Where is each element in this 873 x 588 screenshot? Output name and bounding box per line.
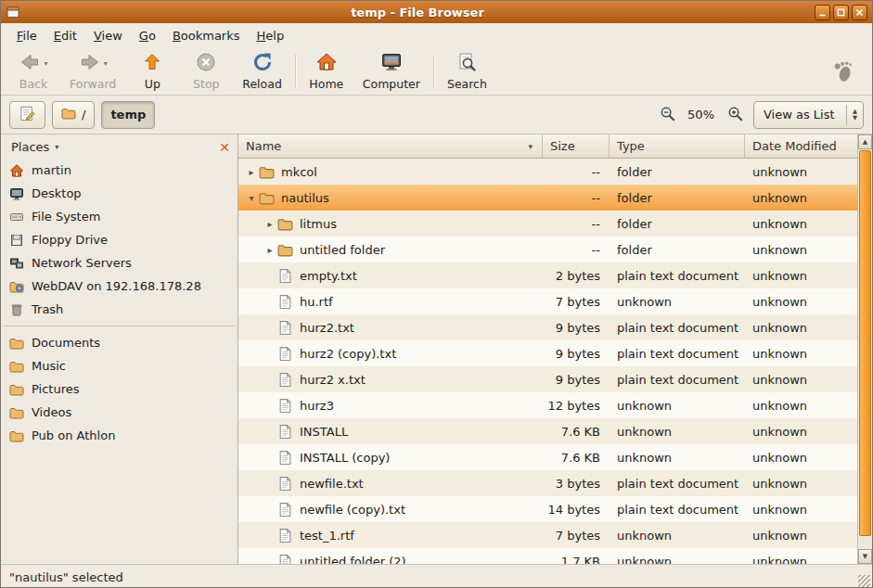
- sidebar-item-martin[interactable]: martin: [1, 159, 238, 182]
- view-mode-select[interactable]: View as List ▲▼: [753, 101, 864, 129]
- sidebar-item-file-system[interactable]: File System: [1, 205, 238, 228]
- table-row[interactable]: hu.rtf 7 bytes unknown unknown: [238, 288, 857, 314]
- table-row[interactable]: newfile.txt 3 bytes plain text document …: [238, 470, 857, 496]
- places-dropdown-caret-icon[interactable]: ▾: [55, 143, 58, 151]
- table-row[interactable]: ▸ litmus -- folder unknown: [238, 211, 857, 236]
- folder-icon: [9, 336, 24, 351]
- table-row[interactable]: hurz2.txt 9 bytes plain text document un…: [238, 314, 857, 340]
- stop-icon: [195, 51, 217, 76]
- table-row[interactable]: ▸ mkcol -- folder unknown: [238, 159, 857, 185]
- file-date-modified: unknown: [745, 529, 857, 543]
- gnome-throbber-icon: [820, 49, 867, 93]
- path-button-root[interactable]: /: [52, 101, 95, 129]
- column-header-date-modified[interactable]: Date Modified: [745, 134, 857, 159]
- sidebar-item-videos[interactable]: Videos: [1, 401, 238, 424]
- forward-button[interactable]: ▾ Forward: [60, 49, 125, 93]
- window-menu-icon[interactable]: [6, 5, 20, 19]
- table-row[interactable]: hurz3 12 bytes unknown unknown: [238, 392, 857, 418]
- sidebar-item-pictures[interactable]: Pictures: [1, 377, 238, 401]
- column-header-name[interactable]: Name ▾: [238, 134, 543, 159]
- sidebar-item-documents[interactable]: Documents: [1, 331, 238, 354]
- sidebar-item-desktop[interactable]: Desktop: [1, 182, 238, 205]
- file-date-modified: unknown: [745, 295, 857, 309]
- titlebar[interactable]: temp - File Browser: [1, 1, 872, 23]
- scroll-down-icon[interactable]: ▼: [858, 549, 872, 564]
- zoom-out-button[interactable]: [655, 103, 679, 127]
- sidebar-close-icon[interactable]: ✕: [219, 141, 230, 154]
- expander-icon[interactable]: ▸: [263, 219, 277, 229]
- menu-go[interactable]: Go: [131, 26, 164, 45]
- table-row[interactable]: test_1.rtf 7 bytes unknown unknown: [238, 522, 857, 548]
- minimize-button[interactable]: [815, 5, 830, 20]
- maximize-button[interactable]: [833, 5, 849, 20]
- home-button[interactable]: Home: [300, 49, 353, 93]
- file-name: nautilus: [277, 191, 329, 205]
- computer-button[interactable]: Computer: [353, 49, 430, 93]
- table-row[interactable]: hurz2 x.txt 9 bytes plain text document …: [238, 366, 857, 392]
- view-mode-spinner-icon: ▲▼: [846, 105, 857, 125]
- zoom-in-button[interactable]: [723, 103, 747, 127]
- vertical-scrollbar[interactable]: ▲ ▼: [857, 134, 872, 564]
- file-list: ▸ mkcol -- folder unknown ▾ nautilus -- …: [238, 159, 857, 564]
- menu-view[interactable]: View: [85, 26, 131, 45]
- table-row[interactable]: ▸ untitled folder -- folder unknown: [238, 236, 857, 262]
- table-row[interactable]: newfile (copy).txt 14 bytes plain text d…: [238, 496, 857, 522]
- column-header-size[interactable]: Size: [543, 134, 610, 159]
- forward-history-caret-icon[interactable]: ▾: [104, 59, 108, 68]
- close-button[interactable]: [852, 5, 867, 20]
- table-row[interactable]: hurz2 (copy).txt 9 bytes plain text docu…: [238, 340, 857, 366]
- file-icon: [277, 268, 296, 284]
- file-date-modified: unknown: [745, 373, 857, 387]
- menu-bookmarks[interactable]: Bookmarks: [164, 26, 249, 45]
- table-row[interactable]: untitled folder (2) 1.7 KB unknown unkno…: [238, 548, 857, 564]
- file-name: litmus: [296, 217, 337, 231]
- file-date-modified: unknown: [745, 191, 857, 205]
- file-type: unknown: [610, 555, 745, 565]
- sidebar-item-floppy-drive[interactable]: Floppy Drive: [1, 228, 238, 251]
- file-type: unknown: [610, 425, 745, 439]
- zoom-in-icon: [726, 105, 744, 125]
- file-date-modified: unknown: [745, 503, 857, 517]
- search-button[interactable]: Search: [438, 49, 496, 93]
- sidebar-item-music[interactable]: Music: [1, 354, 238, 377]
- home-icon: [315, 51, 338, 76]
- file-size: 7 bytes: [543, 529, 610, 543]
- sidebar-item-pub-on-athlon[interactable]: Pub on Athlon: [1, 424, 238, 447]
- table-row[interactable]: INSTALL (copy) 7.6 KB unknown unknown: [238, 444, 857, 470]
- sidebar-item-webdav-on-192-168-178-28[interactable]: WebDAV on 192.168.178.28: [1, 275, 238, 298]
- stop-button[interactable]: Stop: [179, 49, 233, 93]
- scrollbar-thumb[interactable]: [859, 150, 871, 536]
- table-row[interactable]: INSTALL 7.6 KB unknown unknown: [238, 418, 857, 444]
- file-date-modified: unknown: [745, 555, 857, 565]
- file-icon: [277, 294, 296, 310]
- expander-icon[interactable]: ▾: [244, 193, 259, 203]
- table-row[interactable]: empty.txt 2 bytes plain text document un…: [238, 262, 857, 288]
- trash-icon: [9, 302, 24, 317]
- sidebar-item-trash[interactable]: Trash: [1, 298, 238, 321]
- table-row-selected[interactable]: ▾ nautilus -- folder unknown: [238, 185, 857, 211]
- back-history-caret-icon[interactable]: ▾: [44, 59, 47, 68]
- menu-help[interactable]: Help: [249, 26, 293, 45]
- computer-icon: [380, 51, 403, 76]
- toggle-location-entry-button[interactable]: [9, 101, 45, 129]
- menu-edit[interactable]: Edit: [45, 26, 85, 45]
- sidebar-item-network-servers[interactable]: Network Servers: [1, 251, 238, 275]
- resize-grip[interactable]: [858, 575, 870, 587]
- file-date-modified: unknown: [745, 243, 857, 257]
- file-size: 12 bytes: [543, 399, 610, 413]
- reload-button[interactable]: Reload: [233, 49, 291, 93]
- back-button[interactable]: ▾ Back: [6, 49, 60, 93]
- zoom-level: 50%: [686, 108, 716, 121]
- file-size: --: [543, 191, 610, 205]
- expander-icon[interactable]: ▸: [244, 167, 259, 177]
- column-header-type[interactable]: Type: [610, 134, 745, 159]
- menu-file[interactable]: File: [8, 26, 45, 45]
- file-type: folder: [610, 191, 745, 205]
- folder-icon: [9, 405, 24, 420]
- places-header[interactable]: Places ▾ ✕: [1, 134, 238, 159]
- expander-icon[interactable]: ▸: [263, 245, 277, 255]
- network-icon: [9, 256, 24, 271]
- up-button[interactable]: Up: [125, 49, 179, 93]
- scroll-up-icon[interactable]: ▲: [858, 134, 872, 149]
- path-button-current[interactable]: temp: [101, 101, 155, 129]
